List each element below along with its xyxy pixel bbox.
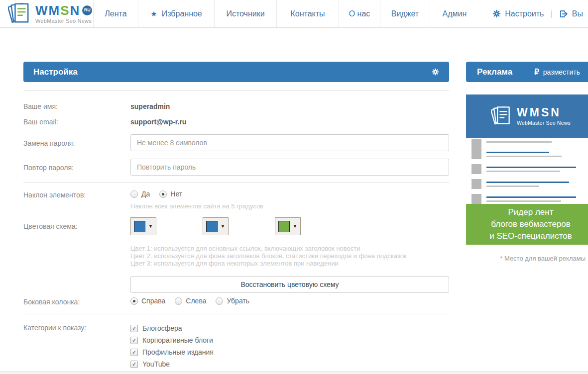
nav-item-widget[interactable]: Виджет: [380, 0, 430, 27]
side-column-option-remove[interactable]: Убрать: [216, 297, 249, 305]
ru-badge: RU: [82, 5, 92, 15]
color-picker-1[interactable]: ▼: [130, 217, 156, 235]
scheme-help-line: Цвет 1: используется для основных ссылок…: [130, 245, 360, 252]
logo-letter: W: [35, 4, 49, 17]
settings-link[interactable]: Настроить: [492, 9, 544, 18]
site-logo[interactable]: W M S N RU WebMaster Seo News: [0, 0, 93, 27]
scheme-help-line: Цвет 2: используется для фона заголовков…: [130, 252, 407, 260]
name-label: Ваше имя:: [23, 102, 58, 110]
logout-link[interactable]: Вы: [559, 9, 583, 18]
skeleton-title-line: [486, 152, 549, 153]
category-checkbox-profile-media[interactable]: ✓ Профильные издания: [130, 346, 214, 358]
radio-checked-icon: [159, 190, 167, 198]
tilt-row: Наклон элементов: Да Нет: [23, 190, 449, 200]
restore-scheme-button[interactable]: Восстановить цветовую схему: [130, 276, 449, 293]
color-picker-3[interactable]: ▼: [275, 217, 301, 235]
skeleton-thumbnail: [471, 194, 481, 204]
name-value: superadmin: [130, 102, 170, 110]
gear-icon: [492, 9, 501, 18]
radio-checked-icon: [130, 297, 138, 305]
nav-item-contacts[interactable]: Контакты: [276, 0, 339, 27]
dropdown-arrow-icon: ▼: [293, 224, 297, 229]
color-swatch: [278, 221, 290, 232]
ad-banner-wmsn[interactable]: WMSN WebMaster Seo News: [466, 94, 588, 138]
option-label: Убрать: [227, 297, 249, 305]
password-row: Замена пароля:: [23, 134, 449, 152]
papers-logo-icon: [8, 2, 31, 26]
place-ad-button[interactable]: ₽ разместить: [534, 68, 580, 77]
skeleton-line: [486, 171, 560, 172]
divider: [23, 314, 449, 314]
password-repeat-input[interactable]: [130, 159, 449, 176]
password-repeat-label: Повтор пароля:: [23, 164, 74, 172]
ad-sidebar: Реклама ₽ разместить WMSN We: [466, 62, 588, 374]
banner-wordmark: WMSN: [517, 107, 571, 118]
side-column-label: Боковая колонка:: [23, 298, 80, 306]
papers-logo-icon: [491, 105, 512, 127]
nav-item-label: Избранное: [162, 9, 202, 18]
skeleton-title-line: [486, 167, 576, 168]
skeleton-thumbnail: [471, 139, 481, 149]
skeleton-line: [486, 141, 552, 143]
email-value: support@wp-r.ru: [130, 118, 186, 126]
option-label: Да: [141, 190, 150, 198]
logo-letter: M: [49, 4, 61, 17]
nav-item-admin[interactable]: Админ: [430, 0, 479, 27]
skeleton-thumbnail: [471, 164, 481, 174]
side-column-option-left[interactable]: Слева: [175, 297, 206, 305]
password-input[interactable]: [130, 134, 449, 151]
category-checkbox-youtube[interactable]: ✓ YouTube: [130, 358, 214, 370]
settings-panel: Настройка Ваше имя: superadmin Ваш email…: [23, 62, 449, 374]
color-scheme-label: Цветовая схема:: [23, 222, 77, 230]
checkbox-checked-icon: ✓: [130, 337, 138, 344]
green-banner-line: блогов вебмастеров: [491, 218, 571, 230]
place-ad-label: разместить: [543, 68, 580, 76]
checkbox-checked-icon: ✓: [130, 349, 138, 356]
nav-item-label: Лента: [105, 9, 126, 18]
skeleton-line: [486, 186, 539, 187]
radio-icon: [175, 297, 182, 305]
skeleton-thumbnail: [471, 179, 481, 189]
divider: [23, 133, 449, 133]
category-checkbox-blogosphere[interactable]: ✓ Блогосфера: [130, 322, 214, 334]
color-picker-2[interactable]: ▼: [203, 217, 229, 235]
settings-link-label: Настроить: [505, 9, 544, 18]
side-column-row: Боковая колонка: Справа Слева Убрать: [23, 297, 449, 307]
color-swatch: [134, 221, 145, 232]
tilt-option-yes[interactable]: Да: [130, 190, 150, 198]
categories-label: Категории к показу:: [23, 324, 86, 332]
divider: [23, 91, 449, 91]
nav-item-label: Админ: [443, 9, 467, 18]
logout-icon: [559, 9, 568, 18]
tilt-label: Наклон элементов:: [23, 191, 86, 199]
option-label: Профильные издания: [142, 348, 214, 356]
password-repeat-row: Повтор пароля:: [23, 159, 449, 177]
green-banner-line: Ридер лент: [508, 206, 554, 218]
nav-item-about[interactable]: О нас: [339, 0, 380, 27]
nav-item-feed[interactable]: Лента: [93, 0, 138, 27]
skeleton-line: [486, 156, 562, 157]
logo-letter: S: [60, 4, 70, 17]
color-swatch: [206, 221, 218, 232]
tilt-option-no[interactable]: Нет: [159, 190, 182, 198]
panel-gear-icon[interactable]: [432, 68, 439, 76]
nav-item-label: О нас: [349, 9, 370, 18]
nav-item-favorites[interactable]: ★ Избранное: [138, 0, 214, 27]
settings-panel-header: Настройка: [23, 62, 449, 82]
side-column-option-right[interactable]: Справа: [130, 297, 165, 305]
logout-link-label: Вы: [572, 9, 583, 18]
option-label: Блогосфера: [142, 324, 182, 332]
category-checkbox-corporate-blogs[interactable]: ✓ Корпоративные блоги: [130, 334, 214, 346]
skeleton-thumbnail: [471, 149, 481, 159]
radio-icon: [216, 297, 223, 305]
option-label: Корпоративные блоги: [142, 336, 213, 344]
nav-item-label: Источники: [226, 9, 264, 18]
nav-item-sources[interactable]: Источники: [214, 0, 276, 27]
color-scheme-row: Цветовая схема: ▼ ▼ ▼: [23, 217, 449, 235]
categories-row: Категории к показу: ✓ Блогосфера ✓ Корпо…: [23, 322, 449, 372]
ad-placement-note: * Место для вашей рекламы: [466, 255, 586, 262]
panel-title: Настройка: [33, 67, 78, 77]
nav-item-label: Виджет: [391, 9, 419, 18]
nav-separator: |: [550, 9, 552, 19]
skeleton-title-line: [486, 196, 576, 198]
